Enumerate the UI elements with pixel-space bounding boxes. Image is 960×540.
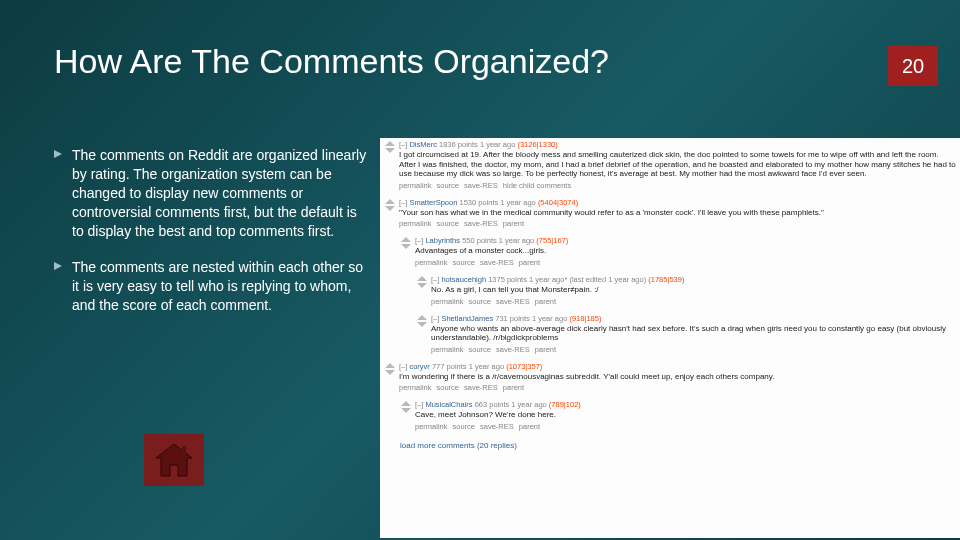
comment-content: [–] coryvr 777 points 1 year ago (1073|3… [399, 362, 956, 397]
action-link[interactable]: permalink [399, 181, 432, 190]
comment-row: [–] DisMerc 1836 points 1 year ago (3126… [380, 138, 960, 196]
comment-tagline: [–] ShetlandJames 731 points 1 year ago … [431, 314, 956, 323]
action-link[interactable]: source [453, 258, 476, 267]
author-link[interactable]: Labyrinths [425, 236, 460, 245]
comment-actions[interactable]: permalinksourcesave-RESparent [431, 297, 956, 310]
comment-actions[interactable]: permalinksourcesave-RESparent [431, 345, 956, 358]
upvote-icon[interactable] [385, 141, 395, 146]
vote-arrows[interactable] [416, 275, 428, 289]
action-link[interactable]: parent [535, 297, 556, 306]
downvote-icon[interactable] [417, 283, 427, 288]
downvote-icon[interactable] [401, 408, 411, 413]
comment-body: No. As a girl, I can tell you that Monst… [431, 284, 956, 297]
score-tag: (3126|1330) [517, 140, 557, 149]
comment-content: [–] ShetlandJames 731 points 1 year ago … [431, 314, 956, 358]
comment-row: [–] SmatterSpoon 1530 points 1 year ago … [380, 196, 960, 235]
svg-rect-3 [182, 446, 186, 454]
action-link[interactable]: save-RES [496, 345, 530, 354]
comment-body: I got circumcised at 19. After the blood… [399, 149, 956, 181]
action-link[interactable]: save-RES [464, 219, 498, 228]
comment-content: [–] SmatterSpoon 1530 points 1 year ago … [399, 198, 956, 233]
action-link[interactable]: permalink [415, 258, 448, 267]
action-link[interactable]: source [437, 181, 460, 190]
score-tag: (1073|357) [506, 362, 542, 371]
action-link[interactable]: parent [503, 219, 524, 228]
action-link[interactable]: save-RES [464, 181, 498, 190]
score-tag: (755|167) [536, 236, 568, 245]
score-tag: (1785|539) [648, 275, 684, 284]
comment-body: Cave, meet Johnson? We're done here. [415, 409, 956, 422]
bullet-text: The comments are nested within each othe… [72, 258, 370, 315]
upvote-icon[interactable] [417, 276, 427, 281]
comment-tagline: [–] MusicalChairs 663 points 1 year ago … [415, 400, 956, 409]
slide-number: 20 [888, 46, 938, 86]
slide-number-text: 20 [902, 55, 924, 78]
action-link[interactable]: permalink [399, 219, 432, 228]
comment-tagline: [–] Labyrinths 550 points 1 year ago (75… [415, 236, 956, 245]
action-link[interactable]: save-RES [496, 297, 530, 306]
comment-content: [–] MusicalChairs 663 points 1 year ago … [415, 400, 956, 435]
downvote-icon[interactable] [385, 206, 395, 211]
vote-arrows[interactable] [416, 314, 428, 328]
action-link[interactable]: parent [519, 258, 540, 267]
upvote-icon[interactable] [385, 363, 395, 368]
action-link[interactable]: save-RES [464, 383, 498, 392]
author-link[interactable]: MusicalChairs [425, 400, 472, 409]
downvote-icon[interactable] [401, 244, 411, 249]
comment-actions[interactable]: permalinksourcesave-RESparent [399, 219, 956, 232]
comment-actions[interactable]: permalinksourcesave-RESparent [399, 383, 956, 396]
action-link[interactable]: source [453, 422, 476, 431]
vote-arrows[interactable] [400, 236, 412, 250]
vote-arrows[interactable] [400, 400, 412, 414]
slide-title: How Are The Comments Organized? [54, 42, 609, 81]
vote-arrows[interactable] [384, 198, 396, 212]
home-icon [154, 442, 194, 478]
downvote-icon[interactable] [385, 148, 395, 153]
action-link[interactable]: permalink [399, 383, 432, 392]
action-link[interactable]: save-RES [480, 422, 514, 431]
comment-tagline: [–] DisMerc 1836 points 1 year ago (3126… [399, 140, 956, 149]
comment-content: [–] DisMerc 1836 points 1 year ago (3126… [399, 140, 956, 194]
downvote-icon[interactable] [417, 322, 427, 327]
author-link[interactable]: SmatterSpoon [409, 198, 457, 207]
upvote-icon[interactable] [417, 315, 427, 320]
action-link[interactable]: permalink [431, 345, 464, 354]
svg-marker-0 [54, 150, 62, 158]
comment-actions[interactable]: permalinksourcesave-REShide child commen… [399, 181, 956, 194]
downvote-icon[interactable] [385, 370, 395, 375]
author-link[interactable]: DisMerc [409, 140, 437, 149]
upvote-icon[interactable] [401, 237, 411, 242]
action-link[interactable]: parent [519, 422, 540, 431]
upvote-icon[interactable] [385, 199, 395, 204]
bullet-marker-icon [52, 260, 64, 272]
action-link[interactable]: permalink [431, 297, 464, 306]
comment-tagline: [–] hotsaucehigh 1375 points 1 year ago*… [431, 275, 956, 284]
action-link[interactable]: source [437, 219, 460, 228]
svg-marker-1 [54, 262, 62, 270]
action-link[interactable]: source [469, 297, 492, 306]
bullet-item: The comments on Reddit are organized lin… [52, 146, 370, 240]
comment-body: Advantages of a monster cock...girls. [415, 245, 956, 258]
comment-actions[interactable]: permalinksourcesave-RESparent [415, 422, 956, 435]
upvote-icon[interactable] [401, 401, 411, 406]
load-more-link[interactable]: load more comments (20 replies) [380, 437, 960, 454]
author-link[interactable]: coryvr [409, 362, 429, 371]
action-link[interactable]: parent [503, 383, 524, 392]
action-link[interactable]: source [437, 383, 460, 392]
svg-marker-2 [156, 444, 192, 476]
vote-arrows[interactable] [384, 140, 396, 154]
action-link[interactable]: hide child comments [503, 181, 571, 190]
comment-content: [–] Labyrinths 550 points 1 year ago (75… [415, 236, 956, 271]
action-link[interactable]: save-RES [480, 258, 514, 267]
action-link[interactable]: permalink [415, 422, 448, 431]
vote-arrows[interactable] [384, 362, 396, 376]
bullet-item: The comments are nested within each othe… [52, 258, 370, 315]
action-link[interactable]: parent [535, 345, 556, 354]
score-tag: (5404|3074) [538, 198, 578, 207]
author-link[interactable]: hotsaucehigh [441, 275, 486, 284]
comment-row: [–] ShetlandJames 731 points 1 year ago … [412, 312, 960, 360]
action-link[interactable]: source [469, 345, 492, 354]
author-link[interactable]: ShetlandJames [441, 314, 493, 323]
home-button[interactable] [144, 434, 204, 486]
comment-actions[interactable]: permalinksourcesave-RESparent [415, 258, 956, 271]
